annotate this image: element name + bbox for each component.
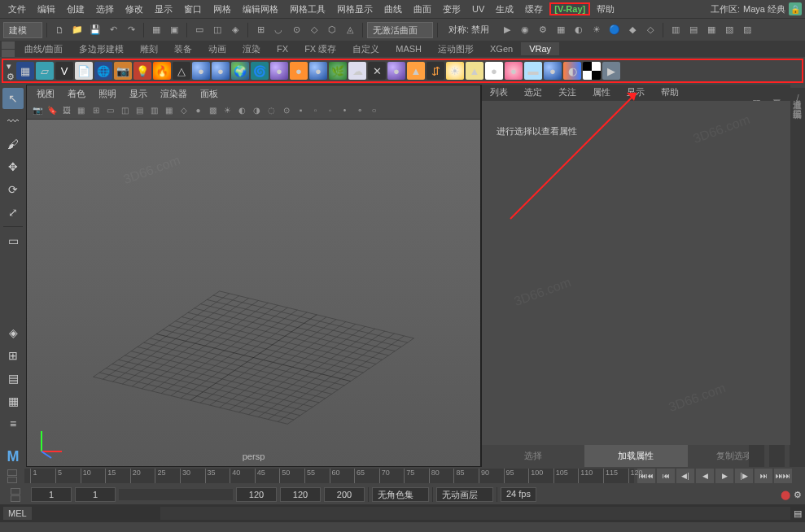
character-set-dropdown[interactable]: 无角色集 xyxy=(372,487,429,502)
shelf-tab-vray[interactable]: VRay xyxy=(521,42,559,55)
menu-mesh[interactable]: 网格 xyxy=(208,2,236,17)
shelf-tab-fxcache[interactable]: FX 缓存 xyxy=(296,41,344,57)
layout-list-icon[interactable]: ≡ xyxy=(2,413,24,434)
vray-fire-icon[interactable]: 🔥 xyxy=(153,62,171,80)
redo-icon[interactable]: ↷ xyxy=(123,22,139,38)
undo-icon[interactable]: ↶ xyxy=(105,22,121,38)
fps-dropdown[interactable]: 24 fps xyxy=(501,487,536,502)
panel5-icon[interactable]: ▨ xyxy=(739,22,755,38)
vray-cross-icon[interactable]: ✕ xyxy=(368,62,386,80)
menu-file[interactable]: 文件 xyxy=(3,2,31,17)
move-tool-icon[interactable]: ✥ xyxy=(2,156,24,177)
vp-iso-icon[interactable]: ⊙ xyxy=(279,103,293,117)
layout-out-icon[interactable]: ▤ xyxy=(2,368,24,389)
select-mode2-icon[interactable]: ▣ xyxy=(166,22,182,38)
range-end-field[interactable] xyxy=(280,487,321,502)
shelf-tab-mash[interactable]: MASH xyxy=(387,42,430,55)
snap-plane-icon[interactable]: ◇ xyxy=(306,22,322,38)
vp-light-icon[interactable]: ☀ xyxy=(221,103,234,117)
vp-shade2-icon[interactable]: ▥ xyxy=(147,103,161,117)
scale-tool-icon[interactable]: ⤢ xyxy=(2,202,24,223)
new-icon[interactable]: 🗋 xyxy=(51,22,68,38)
autokey-icon[interactable]: ⬤ xyxy=(781,490,790,500)
play-fwd-icon[interactable]: ▶ xyxy=(715,469,733,483)
vp-wire-icon[interactable]: ◇ xyxy=(177,103,190,117)
shelf-tab-anim[interactable]: 动画 xyxy=(200,41,234,57)
ipr-icon[interactable]: ◉ xyxy=(517,22,533,38)
vray-arrows-icon[interactable]: ⇵ xyxy=(427,62,444,80)
shelf-tab-mograph[interactable]: 运动图形 xyxy=(430,41,482,57)
vray-camera-icon[interactable]: 📷 xyxy=(114,62,132,80)
shelf-tab-fx[interactable]: FX xyxy=(269,42,296,55)
shelf-tab-xgen[interactable]: XGen xyxy=(482,42,521,55)
vray-sphere2-icon[interactable]: ● xyxy=(212,62,230,80)
vray-checker-icon[interactable] xyxy=(583,62,601,80)
vp-film-icon[interactable]: ▦ xyxy=(74,103,88,117)
vp-tex-icon[interactable]: ▩ xyxy=(206,103,220,117)
vray-sky-icon[interactable]: ▬ xyxy=(524,62,542,80)
hypershade-icon[interactable]: ◐ xyxy=(571,22,587,38)
tb-misc2-icon[interactable]: ◇ xyxy=(642,22,658,38)
vp-misc2-icon[interactable]: ▫ xyxy=(308,103,322,117)
snap-icon6[interactable]: ◬ xyxy=(342,22,358,38)
vp-sel-cam-icon[interactable]: 📷 xyxy=(30,103,44,117)
mode-selector[interactable]: 建模 xyxy=(3,22,42,38)
save-icon[interactable]: 💾 xyxy=(87,22,103,38)
vp-misc4-icon[interactable]: • xyxy=(338,103,352,117)
rotate-tool-icon[interactable]: ⟳ xyxy=(2,179,24,200)
time-toggle[interactable] xyxy=(0,469,24,483)
menu-window[interactable]: 窗口 xyxy=(179,2,207,17)
attr-tab-help[interactable]: 帮助 xyxy=(653,85,687,101)
vp-menu-lighting[interactable]: 照明 xyxy=(94,87,121,101)
live-surface[interactable]: 无激活曲面 xyxy=(367,22,433,38)
menu-curves[interactable]: 曲线 xyxy=(379,2,407,17)
last-tool-icon[interactable]: ▭ xyxy=(2,230,24,251)
workspace-dropdown[interactable]: Maya 经典 xyxy=(743,3,785,15)
vray-tri-icon[interactable]: ▲ xyxy=(407,62,425,80)
menu-generate[interactable]: 生成 xyxy=(491,2,518,17)
vray-plane-icon[interactable]: ▱ xyxy=(36,62,54,80)
shelf-tab-custom[interactable]: 自定义 xyxy=(344,41,387,57)
sidebar-channelbox[interactable]: 通道盒/层编辑器 xyxy=(790,88,805,467)
shelf-toggle[interactable] xyxy=(0,41,16,58)
vray-swirl-icon[interactable]: 🌀 xyxy=(251,62,269,80)
vray-sun-icon[interactable]: ☀ xyxy=(446,62,464,80)
attr-tab-focus[interactable]: 关注 xyxy=(550,85,584,101)
prefs-icon[interactable]: ⚙ xyxy=(794,490,802,500)
vp-shadow-icon[interactable]: ◐ xyxy=(235,103,249,117)
hypergraph-icon[interactable]: ▦ xyxy=(553,22,569,38)
lasso-tool-icon[interactable]: 〰 xyxy=(2,111,24,132)
vray-logo-icon[interactable]: V xyxy=(55,62,73,80)
menu-help[interactable]: 帮助 xyxy=(592,2,619,17)
snap-curve-icon[interactable]: ◡ xyxy=(270,22,287,38)
menu-deform[interactable]: 变形 xyxy=(438,2,466,17)
range-total-field[interactable] xyxy=(324,487,365,502)
vray-mat3-icon[interactable]: ● xyxy=(309,62,327,80)
vray-framebuffer-icon[interactable] xyxy=(622,62,640,80)
vp-grid-icon[interactable]: ⊞ xyxy=(89,103,103,117)
vp-menu-panels[interactable]: 面板 xyxy=(195,87,223,101)
select-tool-icon[interactable]: ↖ xyxy=(2,88,24,109)
vray-doc-icon[interactable]: 📄 xyxy=(75,62,93,80)
go-end-icon[interactable]: ⏭⏭ xyxy=(774,469,792,483)
time-ruler[interactable]: 1510152025303540455055606570758085909510… xyxy=(24,469,634,483)
range-end-inner-field[interactable] xyxy=(236,487,277,502)
vray-globe2-icon[interactable]: ● xyxy=(544,62,562,80)
light-icon[interactable]: ☀ xyxy=(588,22,605,38)
command-input[interactable] xyxy=(35,507,157,520)
panel3-icon[interactable]: ▦ xyxy=(703,22,720,38)
vray-dome-icon[interactable]: 🌐 xyxy=(94,62,112,80)
sel-comp-icon[interactable]: ◫ xyxy=(209,22,225,38)
vray-render-icon[interactable]: ▶ xyxy=(602,62,620,80)
menu-display[interactable]: 显示 xyxy=(150,2,177,17)
menu-select[interactable]: 选择 xyxy=(91,2,119,17)
vp-misc5-icon[interactable]: ⚬ xyxy=(352,103,366,117)
range-start-inner-field[interactable] xyxy=(75,487,116,502)
key-back-icon[interactable]: ◀| xyxy=(676,469,694,483)
paint-select-icon[interactable]: 🖌 xyxy=(2,133,24,155)
open-icon[interactable]: 📁 xyxy=(69,22,85,38)
panel1-icon[interactable]: ▥ xyxy=(667,22,684,38)
range-start-field[interactable] xyxy=(31,487,72,502)
vp-smooth-icon[interactable]: ● xyxy=(191,103,205,117)
render-icon[interactable]: ▶ xyxy=(499,22,515,38)
